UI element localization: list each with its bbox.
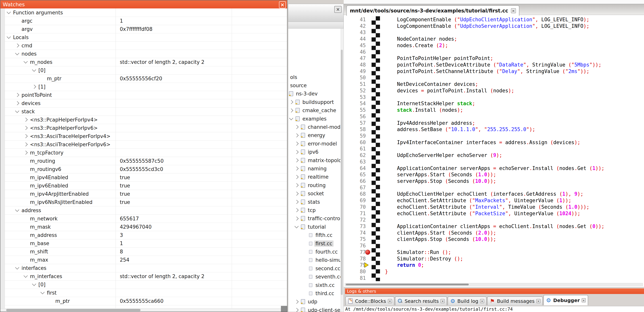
close-icon[interactable]: × <box>536 299 540 303</box>
line-number[interactable]: 49 <box>344 68 366 75</box>
close-icon[interactable]: × <box>279 1 286 8</box>
watch-row[interactable]: m_max254 <box>4 256 287 264</box>
watch-row[interactable]: nodes <box>4 50 287 58</box>
close-icon[interactable]: × <box>511 8 516 13</box>
line-number[interactable]: 45 <box>344 42 366 49</box>
chevron-right-icon[interactable] <box>295 200 301 203</box>
line-number[interactable]: 76 <box>344 242 366 249</box>
chevron-down-icon[interactable] <box>24 275 30 277</box>
watch-row[interactable]: m_mask4294967040 <box>4 223 287 231</box>
tree-item-energy[interactable]: energy <box>288 131 341 140</box>
watch-value-cell[interactable]: std::vector of length 2, capacity 2 <box>116 59 235 65</box>
line-number[interactable]: 70 <box>344 204 366 210</box>
watch-row[interactable]: Locals <box>4 33 287 42</box>
line-number[interactable]: 44 <box>344 36 366 42</box>
tree-item-source[interactable]: source <box>288 81 341 90</box>
line-number[interactable]: 67 <box>344 184 366 191</box>
watch-row[interactable]: cmd <box>4 41 287 50</box>
line-number[interactable]: 52 <box>344 87 366 94</box>
line-number[interactable]: 79 <box>344 262 366 268</box>
watch-value-cell[interactable]: 0x5555555ca660 <box>116 298 235 304</box>
watch-row[interactable]: address <box>4 206 287 215</box>
watch-row[interactable]: Function arguments <box>4 8 287 17</box>
watch-value-cell[interactable]: 0x555555587c50 <box>116 158 235 164</box>
chevron-down-icon[interactable] <box>290 118 296 120</box>
chevron-right-icon[interactable] <box>24 127 30 129</box>
tree-item-stats[interactable]: stats <box>288 198 341 206</box>
watch-row[interactable]: <ns3::AsciiTraceHelperForIpv6> <box>4 140 287 149</box>
watches-horizontal-scrollbar[interactable] <box>0 308 282 312</box>
line-number[interactable]: 58 <box>344 126 366 133</box>
editor-tab-first-cc[interactable]: mnt/dev/tools/source/ns-3-dev/examples/t… <box>346 5 520 16</box>
line-number[interactable]: 64 <box>344 165 366 171</box>
watch-row[interactable]: [0] <box>4 280 287 289</box>
watch-value-cell[interactable]: 0x7fffffffdf08 <box>116 26 235 32</box>
line-number[interactable]: 42 <box>344 23 366 29</box>
line-number[interactable]: 61 <box>344 146 366 152</box>
line-number[interactable]: 60 <box>344 139 366 146</box>
watch-row[interactable]: m_ptr0x5555555ca660 <box>4 297 287 305</box>
tree-item-fifth-cc[interactable]: fifth.cc <box>288 231 341 239</box>
watch-value-cell[interactable]: 0x55555556cf20 <box>116 76 235 81</box>
watch-row[interactable]: stack <box>4 107 287 116</box>
watch-row[interactable]: m_ipv4ArpJitterEnabledtrue <box>4 190 287 198</box>
chevron-down-icon[interactable] <box>33 69 38 71</box>
chevron-right-icon[interactable] <box>33 85 38 88</box>
watch-row[interactable]: interfaces <box>4 264 287 272</box>
close-icon[interactable]: × <box>480 299 484 303</box>
chevron-right-icon[interactable] <box>295 217 301 220</box>
chevron-down-icon[interactable] <box>24 61 30 63</box>
watch-row[interactable]: m_routingv60x5555555cd3c0 <box>4 165 287 173</box>
chevron-right-icon[interactable] <box>295 175 301 178</box>
logs-tab-build-log[interactable]: ⚙Build log× <box>448 297 486 305</box>
line-number[interactable]: 51 <box>344 81 366 87</box>
chevron-down-icon[interactable] <box>16 267 22 269</box>
line-number[interactable]: 46 <box>344 49 366 55</box>
watch-row[interactable]: m_nodesstd::vector of length 2, capacity… <box>4 58 287 66</box>
line-number[interactable]: 78 <box>344 255 366 262</box>
watch-value-cell[interactable]: 4294967040 <box>116 224 235 230</box>
tree-item-third-cc[interactable]: third.cc <box>288 289 341 298</box>
chevron-right-icon[interactable] <box>290 101 296 104</box>
watch-row[interactable]: argc1 <box>4 17 287 25</box>
chevron-right-icon[interactable] <box>24 143 30 146</box>
tree-item-routing[interactable]: routing <box>288 181 341 189</box>
tree-item-ipv6[interactable]: ipv6 <box>288 148 341 156</box>
watch-row[interactable]: m_routing0x555555587c50 <box>4 157 287 165</box>
chevron-right-icon[interactable] <box>295 184 301 187</box>
line-number[interactable]: 74 <box>344 230 366 236</box>
tree-item-buildsupport[interactable]: buildsupport <box>288 98 341 106</box>
tree-item-channel-models[interactable]: channel-models <box>288 123 341 131</box>
watch-value-cell[interactable]: 3 <box>116 232 235 238</box>
watch-row[interactable]: m_base1 <box>4 239 287 248</box>
chevron-right-icon[interactable] <box>295 309 301 312</box>
watch-value-cell[interactable]: 1 <box>116 241 235 246</box>
line-number[interactable]: 48 <box>344 61 366 68</box>
watches-titlebar[interactable]: Watches × <box>0 0 287 8</box>
close-icon[interactable]: × <box>334 6 342 13</box>
watch-value-cell[interactable]: true <box>116 191 235 197</box>
logs-tab-debugger[interactable]: ⚙Debugger× <box>544 295 588 305</box>
chevron-down-icon[interactable] <box>16 111 22 112</box>
tree-item-ns-3-dev[interactable]: ns-3-dev <box>288 90 341 98</box>
tree-item-seventh-cc[interactable]: seventh.cc <box>288 273 341 281</box>
tree-item-tutorial[interactable]: tutorial <box>288 223 341 231</box>
breakpoint-icon[interactable] <box>365 250 370 255</box>
chevron-down-icon[interactable] <box>295 226 301 228</box>
watch-row[interactable]: m_ipv6NsRsJitterEnabledtrue <box>4 198 287 206</box>
tree-item-fourth-cc[interactable]: fourth.cc <box>288 248 341 256</box>
chevron-down-icon[interactable] <box>16 209 22 211</box>
tree-item-error-model[interactable]: error-model <box>288 140 341 148</box>
close-icon[interactable]: × <box>582 298 586 303</box>
close-icon[interactable]: × <box>440 299 445 303</box>
watch-value-cell[interactable]: 8 <box>116 249 235 255</box>
watch-row[interactable]: <ns3::PcapHelperForIpv4> <box>4 116 287 124</box>
watch-row[interactable]: <ns3::AsciiTraceHelperForIpv4> <box>4 132 287 141</box>
tree-item-first-cc[interactable]: first.cc <box>288 239 341 248</box>
tree-item-udp[interactable]: udp <box>288 298 341 306</box>
tree-item-cmake-cache[interactable]: cmake_cache <box>288 106 341 115</box>
chevron-right-icon[interactable] <box>24 118 30 121</box>
watch-row[interactable]: m_interfacesstd::vector of length 2, cap… <box>4 272 287 281</box>
chevron-right-icon[interactable] <box>16 102 22 105</box>
tree-item-socket[interactable]: socket <box>288 189 341 198</box>
